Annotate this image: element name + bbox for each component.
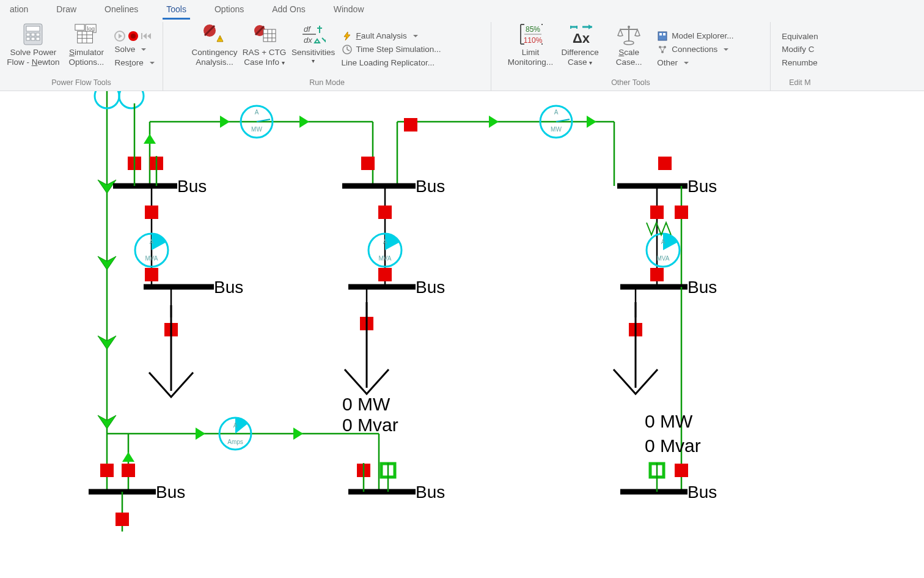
group-run-mode-title: Run Mode bbox=[168, 77, 486, 89]
svg-rect-1 bbox=[26, 26, 40, 31]
tab-draw[interactable]: Draw bbox=[53, 3, 80, 20]
breaker-closed[interactable] bbox=[100, 464, 114, 477]
time-step-simulation-button[interactable]: Time Step Simulation... bbox=[340, 43, 463, 56]
svg-rect-5 bbox=[26, 37, 30, 40]
difference-case-button[interactable]: Δx DifferenceCase ▾ bbox=[558, 22, 602, 67]
bus-node[interactable]: Bus bbox=[342, 177, 445, 196]
svg-text:Bus: Bus bbox=[416, 278, 445, 297]
connections-button[interactable]: Connections bbox=[656, 43, 754, 56]
contingency-label: ContingencyAnalysis... bbox=[191, 48, 237, 67]
svg-text:Bus: Bus bbox=[177, 177, 207, 196]
breaker-closed[interactable] bbox=[378, 206, 392, 219]
svg-rect-8 bbox=[75, 24, 84, 31]
bus-node[interactable]: Bus bbox=[620, 278, 717, 297]
load-mw-value: 0 MW bbox=[645, 411, 693, 431]
breaker-closed[interactable] bbox=[404, 118, 417, 132]
svg-text:110%: 110% bbox=[524, 36, 543, 45]
tab-window[interactable]: Window bbox=[330, 3, 368, 20]
connections-label: Connections bbox=[672, 44, 717, 55]
tab-addons[interactable]: Add Ons bbox=[268, 3, 309, 20]
sensitivities-label: Sensitivities▾ bbox=[292, 48, 335, 64]
load-arrow[interactable] bbox=[345, 287, 389, 394]
oneline-canvas[interactable]: AMW AMVA AAmps Bus Bus Bus bbox=[0, 91, 924, 578]
load-arrow[interactable] bbox=[614, 287, 658, 394]
generator-icon[interactable] bbox=[119, 91, 144, 108]
balance-scale-icon bbox=[617, 22, 641, 46]
bus-node[interactable]: Bus bbox=[89, 483, 185, 502]
bus-node[interactable]: Bus bbox=[113, 177, 207, 196]
pie-chart-mva[interactable] bbox=[369, 234, 402, 267]
bus-node[interactable]: Bus bbox=[348, 278, 445, 297]
tab-information[interactable]: ation bbox=[6, 3, 32, 20]
svg-text:Δx: Δx bbox=[573, 31, 590, 45]
pie-chart-mva[interactable] bbox=[135, 234, 168, 267]
svg-rect-29 bbox=[263, 29, 276, 42]
delta-x-icon: Δx bbox=[568, 22, 592, 46]
limit-bracket-icon: 85%110% bbox=[518, 22, 543, 46]
scale-case-button[interactable]: ScaleCase... bbox=[607, 22, 651, 67]
bus-node[interactable]: Bus bbox=[144, 278, 243, 297]
load-mvar-value: 0 Mvar bbox=[645, 435, 701, 456]
svg-text:Bus: Bus bbox=[416, 483, 445, 502]
svg-marker-17 bbox=[119, 34, 122, 39]
other-dropdown[interactable]: Other bbox=[656, 57, 754, 69]
svg-marker-21 bbox=[147, 33, 151, 39]
llr-label: Line Loading Replicator... bbox=[342, 57, 435, 69]
breaker-closed[interactable] bbox=[122, 464, 135, 477]
svg-rect-4 bbox=[36, 33, 40, 36]
solve-dropdown[interactable]: Solve bbox=[113, 43, 155, 56]
diff-label: DifferenceCase ▾ bbox=[561, 48, 598, 67]
tab-options[interactable]: Options bbox=[211, 3, 248, 20]
breaker-closed[interactable] bbox=[675, 206, 688, 219]
bus-node[interactable]: Bus bbox=[620, 483, 717, 502]
solve-power-flow-button[interactable]: Solve PowerFlow - Newton bbox=[7, 22, 59, 67]
sensitivities-button[interactable]: dfdx Sensitivities▾ bbox=[292, 22, 336, 64]
breaker-closed[interactable] bbox=[650, 206, 664, 219]
rewind-icon[interactable] bbox=[141, 31, 152, 42]
play-icon[interactable] bbox=[114, 31, 125, 42]
lightning-icon bbox=[342, 31, 353, 42]
bus-node[interactable]: Bus bbox=[348, 483, 445, 502]
breaker-closed[interactable] bbox=[650, 268, 664, 281]
fault-label: Fault Analysis bbox=[356, 31, 407, 42]
breaker-closed[interactable] bbox=[145, 268, 158, 281]
breaker-closed[interactable] bbox=[116, 513, 129, 526]
tab-onelines[interactable]: Onelines bbox=[101, 3, 142, 20]
equivalence-button[interactable]: Equivalen bbox=[780, 31, 819, 43]
limit-monitoring-button[interactable]: 85%110% LimitMonitoring... bbox=[508, 22, 553, 67]
ras-ctg-button[interactable]: RAS + CTGCase Info ▾ bbox=[243, 22, 287, 67]
model-explorer-button[interactable]: Model Explorer... bbox=[656, 30, 754, 42]
pie-chart-mva[interactable] bbox=[647, 234, 680, 267]
solve-label: Solve bbox=[114, 44, 135, 55]
svg-rect-60 bbox=[659, 33, 662, 35]
svg-line-45 bbox=[347, 50, 350, 51]
simulator-options-button[interactable]: log SimulatorOptions... bbox=[64, 22, 108, 67]
breaker-closed[interactable] bbox=[361, 157, 375, 170]
svg-rect-61 bbox=[663, 33, 666, 35]
contingency-icon bbox=[202, 22, 227, 46]
renumber-label: Renumbe bbox=[782, 57, 818, 69]
ribbon-groups: Solve PowerFlow - Newton log SimulatorOp… bbox=[0, 20, 924, 91]
scale-label: ScaleCase... bbox=[616, 48, 642, 67]
restore-dropdown[interactable]: Restore bbox=[113, 57, 155, 69]
breaker-closed[interactable] bbox=[378, 268, 392, 281]
contingency-analysis-button[interactable]: ContingencyAnalysis... bbox=[191, 22, 237, 67]
breaker-closed[interactable] bbox=[145, 206, 158, 219]
breaker-closed[interactable] bbox=[675, 464, 688, 477]
svg-rect-6 bbox=[31, 37, 35, 40]
bus-node[interactable]: Bus bbox=[617, 177, 717, 196]
modify-case-button[interactable]: Modify C bbox=[780, 43, 819, 56]
load-arrow[interactable] bbox=[149, 287, 193, 397]
svg-rect-7 bbox=[36, 37, 40, 40]
fault-analysis-button[interactable]: Fault Analysis bbox=[340, 30, 463, 42]
renumber-button[interactable]: Renumbe bbox=[780, 57, 819, 69]
svg-point-19 bbox=[131, 34, 136, 39]
line-loading-replicator-button[interactable]: Line Loading Replicator... bbox=[340, 57, 463, 69]
record-icon[interactable] bbox=[128, 31, 139, 42]
simulator-options-label: SimulatorOptions... bbox=[69, 48, 105, 67]
tab-tools[interactable]: Tools bbox=[163, 3, 190, 20]
svg-text:85%: 85% bbox=[526, 25, 540, 34]
svg-rect-22 bbox=[141, 33, 142, 39]
breaker-closed[interactable] bbox=[658, 157, 672, 170]
clock-icon bbox=[342, 44, 353, 55]
